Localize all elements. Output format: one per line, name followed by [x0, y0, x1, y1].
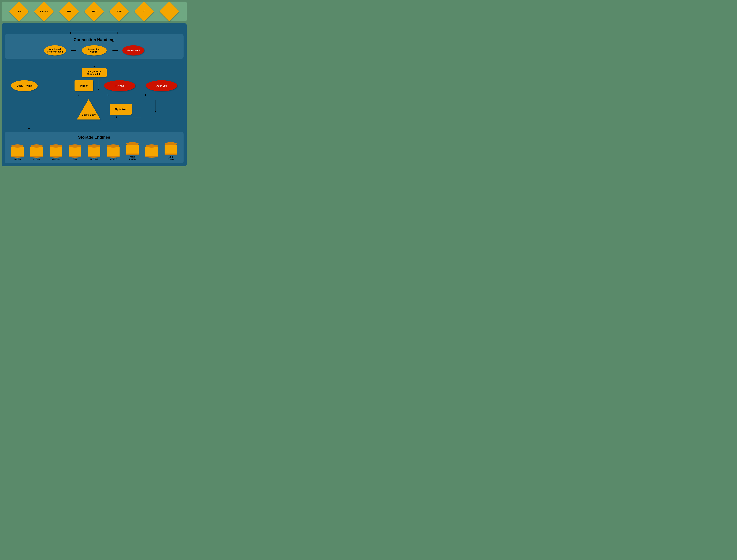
arrow-pool-to-control [111, 48, 118, 53]
pipeline-row-1: Query Rewrite Parser Firewall Audit Log [5, 77, 183, 94]
client-odbc: ODBC [112, 4, 126, 19]
pipeline-area: Query Rewrite Parser Firewall Audit Log [5, 77, 183, 129]
main-box: Connection Handling One thread Per conne… [2, 23, 187, 166]
query-cache-node: Query Cache (Gone in 8.0) [82, 68, 107, 77]
client-odbc-label: ODBC [116, 10, 123, 13]
top-connector-svg [47, 26, 141, 34]
query-cache-wrapper: Query Cache (Gone in 8.0) [5, 68, 183, 77]
arrow-thread-to-control [71, 48, 77, 53]
one-thread-node: One thread Per connection [44, 45, 66, 56]
engine-etc-label: ... [151, 158, 152, 160]
storage-engines-section: Storage Engines InnoDB MyISAM MEMO [5, 132, 183, 163]
client-c-label: C [143, 10, 145, 13]
client-java-label: Java [16, 10, 21, 13]
engine-csv: CSV [69, 144, 81, 160]
engine-archive: ARCHIVE [88, 144, 100, 160]
engine-myisam-label: MyISAM [33, 158, 40, 160]
engine-innodb-label: InnoDB [14, 158, 21, 160]
connection-handling-title: Connection Handling [9, 37, 179, 42]
optimizer-node: Optimizer [110, 104, 132, 115]
execute-query-label: Execute Query [81, 114, 96, 116]
client-php-label: PHP [67, 10, 72, 13]
svg-marker-26 [145, 94, 147, 96]
client-dotnet: .NET [87, 4, 101, 19]
storage-engines-title: Storage Engines [8, 135, 180, 140]
client-etc: ... [162, 4, 176, 19]
storage-engines-row: InnoDB MyISAM MEMORY CSV [8, 142, 180, 160]
execute-query-node: Execute Query [77, 99, 100, 119]
top-connectors [5, 26, 183, 34]
client-dotnet-label: .NET [91, 10, 97, 13]
query-rewrite-node: Query Rewrite [11, 80, 38, 91]
svg-marker-10 [74, 50, 76, 51]
parser-node: Parser [74, 80, 93, 91]
svg-marker-22 [78, 94, 79, 96]
engine-archive-label: ARCHIVE [90, 158, 98, 160]
client-etc-label: ... [168, 10, 170, 13]
conn-to-cache-arrow [5, 62, 183, 68]
connection-handling-section: Connection Handling One thread Per conne… [5, 34, 183, 59]
engine-federated: FEDE- RATED [126, 142, 139, 160]
engine-etc: ... [145, 144, 158, 160]
engine-innodb: InnoDB [11, 144, 24, 160]
engine-federated-label: FEDE- RATED [129, 156, 135, 160]
audit-log-node: Audit Log [146, 80, 177, 91]
client-python-label: Python [40, 10, 48, 13]
svg-marker-12 [112, 50, 114, 51]
clients-bar: Java Python PHP .NET ODBC C ... [2, 2, 187, 21]
connection-control-node: Connection Control [82, 45, 107, 56]
engine-ndb-label: NDB Cluster [167, 156, 174, 160]
engine-myisam: MyISAM [30, 144, 43, 160]
engine-ndb: NDB Cluster [164, 142, 177, 160]
client-php: PHP [62, 4, 76, 19]
thread-pool-node: Thread Pool [122, 45, 144, 56]
svg-marker-14 [93, 66, 95, 68]
firewall-node: Firewall [104, 80, 135, 91]
pipeline-row-2: Execute Query Optimizer [5, 99, 183, 123]
connection-handling-row: One thread Per connection Connection Con… [9, 45, 179, 56]
engine-memory: MEMORY [50, 144, 62, 160]
svg-marker-24 [108, 94, 109, 96]
engine-csv-label: CSV [73, 158, 77, 160]
engine-merge: MERGE [107, 144, 119, 160]
client-python: Python [37, 4, 51, 19]
engine-merge-label: MERGE [110, 158, 117, 160]
engine-memory-label: MEMORY [52, 158, 60, 160]
client-c: C [137, 4, 151, 19]
client-java: Java [12, 4, 26, 19]
